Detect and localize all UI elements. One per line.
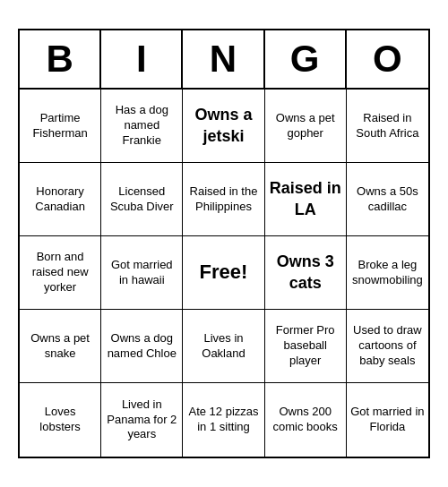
bingo-cell-22[interactable]: Ate 12 pizzas in 1 sitting bbox=[183, 383, 264, 457]
bingo-cell-5[interactable]: Honorary Canadian bbox=[20, 163, 101, 236]
bingo-cell-10[interactable]: Born and raised new yorker bbox=[20, 236, 101, 310]
bingo-cell-21[interactable]: Lived in Panama for 2 years bbox=[101, 383, 183, 457]
bingo-cell-3[interactable]: Owns a pet gopher bbox=[265, 90, 347, 163]
bingo-letter-b: B bbox=[20, 30, 101, 88]
bingo-cell-24[interactable]: Got married in Florida bbox=[347, 383, 428, 457]
bingo-cell-18[interactable]: Former Pro baseball player bbox=[265, 310, 347, 383]
bingo-grid: Partime FishermanHas a dog named Frankie… bbox=[20, 90, 428, 457]
bingo-letter-o: O bbox=[347, 30, 428, 88]
bingo-letter-n: N bbox=[183, 30, 264, 88]
bingo-cell-4[interactable]: Raised in South Africa bbox=[347, 90, 428, 163]
bingo-cell-14[interactable]: Broke a leg snowmobiling bbox=[347, 236, 428, 310]
bingo-cell-12[interactable]: Free! bbox=[183, 236, 264, 310]
bingo-cell-7[interactable]: Raised in the Philippines bbox=[183, 163, 264, 236]
bingo-cell-0[interactable]: Partime Fisherman bbox=[20, 90, 101, 163]
bingo-cell-19[interactable]: Used to draw cartoons of baby seals bbox=[347, 310, 428, 383]
bingo-cell-17[interactable]: Lives in Oakland bbox=[183, 310, 264, 383]
bingo-cell-23[interactable]: Owns 200 comic books bbox=[265, 383, 347, 457]
bingo-cell-13[interactable]: Owns 3 cats bbox=[265, 236, 347, 310]
bingo-letter-i: I bbox=[101, 30, 183, 88]
bingo-cell-6[interactable]: Licensed Scuba Diver bbox=[101, 163, 183, 236]
bingo-header: BINGO bbox=[20, 30, 428, 90]
bingo-card: BINGO Partime FishermanHas a dog named F… bbox=[18, 29, 430, 458]
bingo-cell-15[interactable]: Owns a pet snake bbox=[20, 310, 101, 383]
bingo-cell-11[interactable]: Got married in hawaii bbox=[101, 236, 183, 310]
bingo-cell-2[interactable]: Owns a jetski bbox=[183, 90, 264, 163]
bingo-cell-8[interactable]: Raised in LA bbox=[265, 163, 347, 236]
bingo-cell-9[interactable]: Owns a 50s cadillac bbox=[347, 163, 428, 236]
bingo-letter-g: G bbox=[265, 30, 347, 88]
bingo-cell-1[interactable]: Has a dog named Frankie bbox=[101, 90, 183, 163]
bingo-cell-20[interactable]: Loves lobsters bbox=[20, 383, 101, 457]
bingo-cell-16[interactable]: Owns a dog named Chloe bbox=[101, 310, 183, 383]
